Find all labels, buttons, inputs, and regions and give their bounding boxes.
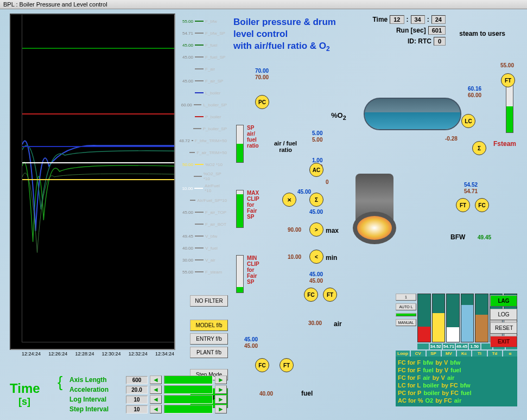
sp-gauge[interactable] (236, 125, 244, 163)
o2-pv: 5.00 (312, 137, 322, 143)
sum-val: 45.00 (309, 209, 323, 215)
max-clip-label: MAX CLIP for Fair SP (247, 190, 259, 220)
sum-block[interactable]: Σ (309, 193, 323, 207)
fuel-lab: fuel (301, 390, 313, 397)
reset-button[interactable]: RESET (490, 322, 517, 334)
pc-sp: 70.00 (255, 68, 269, 74)
exit-button[interactable]: EXIT (490, 336, 517, 347)
fc-bfw-pv: 54.71 (464, 188, 478, 194)
max-lab: max (326, 227, 339, 234)
mult-val: 45.00 (297, 189, 311, 195)
dec-button[interactable]: ◄ (150, 376, 162, 384)
loop-row[interactable]: FC for Fairby Vair (398, 374, 515, 381)
o2-label: %O2 (331, 111, 346, 121)
tuning-bar[interactable] (461, 294, 474, 342)
time-val[interactable]: 10 (126, 396, 148, 404)
mult-block[interactable]: ✕ (282, 193, 296, 207)
time-s: 24 (431, 15, 446, 24)
fc-fuel-sp: 45.00 (244, 336, 258, 342)
plant-fb-button[interactable]: PLANT f/b (190, 347, 228, 358)
time-controls: Time [s] { Axis Length600◄►Acceleration2… (10, 376, 227, 415)
no-filter-button[interactable]: NO FILTER (190, 295, 228, 307)
tuning-bar[interactable] (432, 294, 446, 342)
min-clip-label: MIN CLIP for Fair SP (247, 255, 259, 285)
time-m: 34 (411, 15, 425, 24)
steam-to-users-label: steam to users (459, 30, 505, 37)
ft-fuel[interactable]: FT (280, 358, 294, 372)
slider-track[interactable] (164, 376, 213, 384)
furnace (347, 174, 402, 266)
time-title: Time [s] (10, 381, 40, 408)
loop-row[interactable]: FC for Ffuelby Vfuel (398, 366, 515, 374)
air-v: 30.00 (308, 320, 322, 326)
dec-button[interactable]: ◄ (150, 385, 162, 394)
lag-button[interactable]: LAG (490, 295, 517, 307)
min-clip-gauge[interactable] (236, 255, 244, 293)
dec-button[interactable]: ◄ (150, 405, 162, 413)
mode-button[interactable]: 1 (396, 294, 416, 301)
inc-button[interactable]: ► (215, 405, 227, 413)
tuning-bar[interactable] (446, 294, 460, 342)
fc-bfw[interactable]: FC (475, 198, 489, 212)
mode-button[interactable]: AUTO L (396, 303, 416, 310)
fc-fuel-pv: 45.00 (244, 343, 258, 349)
fc-air-sp: 45.00 (309, 271, 323, 277)
max-block[interactable]: > (309, 222, 323, 237)
action-buttons: LAG LOG RESET EXIT (490, 295, 517, 349)
sp-label: SP air/ fuel ratio (247, 125, 259, 149)
ft-steam-v: 55.00 (500, 62, 514, 68)
steam-gauge[interactable] (506, 84, 513, 133)
mode-button[interactable] (396, 313, 416, 316)
time-val[interactable]: 10 (126, 405, 148, 413)
loop-row[interactable]: PC for Pboilerby FCfuel (398, 389, 515, 397)
dec-button[interactable]: ◄ (150, 395, 162, 404)
time-val[interactable]: 20.0 (126, 386, 148, 394)
ft-air[interactable]: FT (323, 288, 337, 302)
max-v: 90.00 (288, 227, 301, 233)
page-title: Boiler pressure & drum level control wit… (233, 16, 336, 54)
ac-block[interactable]: AC (309, 163, 323, 177)
bfw-v: 49.45 (478, 234, 491, 240)
run-sec: 601 (428, 26, 446, 35)
log-button[interactable]: LOG (490, 309, 517, 320)
ft-steam[interactable]: FT (501, 73, 515, 87)
pc-block[interactable]: PC (255, 95, 269, 109)
fc-fuel[interactable]: FC (255, 358, 269, 372)
tuning-bar[interactable] (475, 294, 488, 342)
sum-bfw[interactable]: Σ (472, 141, 486, 155)
slider-track[interactable] (164, 405, 213, 413)
trend-chart: 100908070605040302010 12:24:2412:26:2412… (10, 14, 175, 350)
filter-buttons: NO FILTER MODEL f/b ENTRY f/b PLANT f/b (190, 295, 228, 360)
id-val: 0 (434, 37, 446, 46)
min-lab: min (326, 254, 337, 262)
slider-track[interactable] (164, 395, 213, 404)
inc-button[interactable]: ► (215, 395, 227, 404)
mode-button[interactable]: MANUAL (396, 319, 416, 326)
chart-legend: 55.00F_bfw54.71F_bfw_SP45.00F_fuel45.00F… (179, 15, 227, 278)
max-clip-gauge[interactable] (236, 190, 244, 228)
steam-drum (364, 98, 461, 130)
time-val[interactable]: 600 (126, 376, 148, 384)
info-panel: Time 12: 34: 24 Run [sec]601 ID: RTC0 (372, 15, 446, 48)
fc-air[interactable]: FC (304, 288, 318, 302)
bfw-lab: BFW (450, 233, 465, 241)
loop-row[interactable]: AC for %O2by FCair (398, 397, 515, 404)
ft-bfw[interactable]: FT (456, 198, 470, 212)
tuning-bar[interactable] (417, 294, 431, 342)
loop-row[interactable]: FC for Fbfwby Vbfw (398, 359, 515, 366)
slider-track[interactable] (164, 385, 213, 394)
af-label: air / fuel ratio (274, 140, 297, 153)
min-block[interactable]: < (309, 250, 323, 264)
model-fb-button[interactable]: MODEL f/b (190, 320, 228, 331)
pc-pv: 70.00 (255, 74, 269, 80)
min-v: 10.00 (288, 254, 301, 260)
lc-sp: 60.16 (468, 86, 481, 92)
entry-fb-button[interactable]: ENTRY f/b (190, 333, 228, 345)
fc-air-pv: 45.00 (309, 278, 323, 284)
loop-row[interactable]: LC for Lboilerby FCbfw (398, 381, 515, 389)
air-lab: air (334, 320, 342, 328)
fuel-v: 40.00 (259, 391, 273, 397)
inc-button[interactable]: ► (215, 376, 227, 384)
lc-block[interactable]: LC (461, 114, 475, 128)
inc-button[interactable]: ► (215, 385, 227, 394)
